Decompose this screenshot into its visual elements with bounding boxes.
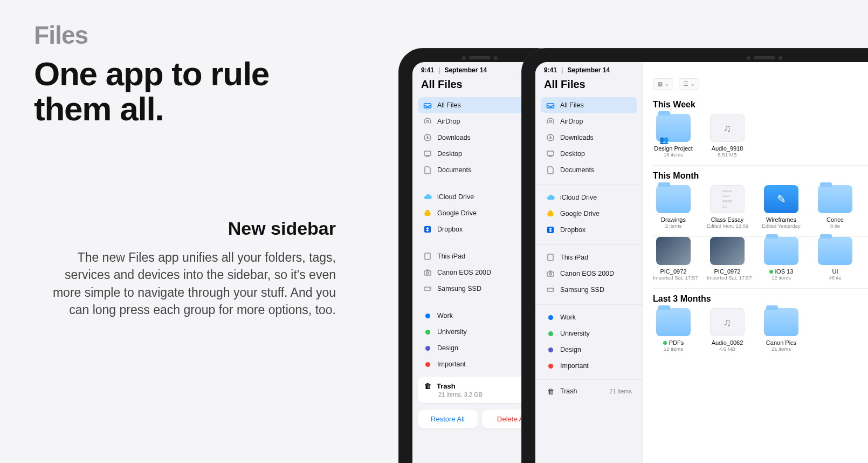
sidebar-item-icloud-drive[interactable]: iCloud Drive (541, 189, 637, 206)
svg-point-9 (429, 288, 430, 289)
svg-rect-5 (425, 253, 430, 260)
doc-icon (546, 166, 555, 174)
file-meta: 4.6 MB (707, 346, 748, 352)
status-date: September 14 (567, 66, 610, 74)
file-item[interactable]: iOS 1312 items (761, 237, 802, 281)
device-camera-notch (450, 55, 509, 60)
view-grid-button[interactable]: ▦⌄ (653, 78, 673, 90)
file-meta: 12 items (761, 275, 802, 281)
trash-icon: 🗑 (424, 382, 431, 390)
file-item[interactable]: PDFs12 items (653, 308, 694, 352)
restore-all-button[interactable]: Restore All (418, 410, 478, 428)
tag-dot-icon (546, 362, 555, 370)
sidebar-item-canon-eos-200d[interactable]: Canon EOS 200D (541, 265, 637, 282)
file-item[interactable]: ♫Audio_00624.6 MB (707, 308, 748, 352)
sidebar-item-all-files[interactable]: All Files (541, 97, 637, 113)
file-name: Audio_9918 (707, 145, 748, 152)
section-header: Last 3 Months (653, 294, 868, 304)
audio-icon: ♫ (710, 114, 745, 142)
desktop-icon (423, 149, 432, 158)
doc-icon (423, 166, 432, 174)
sidebar-tag-important[interactable]: Important (541, 358, 637, 374)
file-item[interactable]: Conce8 ite (815, 185, 856, 229)
file-item[interactable]: PIC_0972Imported Sat, 17:57 (707, 237, 748, 281)
trash-label: Trash (560, 387, 577, 395)
file-name: iOS 13 (761, 268, 802, 275)
sidebar-item-airdrop[interactable]: AirDrop (541, 113, 637, 130)
sidebar-item-this-ipad[interactable]: This iPad (541, 249, 637, 265)
sidebar-item-label: Downloads (437, 134, 471, 141)
download-icon (546, 133, 555, 142)
file-item[interactable]: ✎WireframesEdited Yesterday (761, 185, 802, 229)
section-header: This Month (653, 171, 868, 181)
sidebar-item-label: iCloud Drive (437, 193, 474, 201)
sidebar-item-label: Google Drive (437, 209, 477, 217)
file-name: Wireframes (761, 216, 802, 223)
file-meta: Edited Yesterday (761, 223, 802, 229)
svg-point-17 (549, 273, 552, 275)
status-bar: 9:41 | September 14 (535, 62, 643, 74)
desktop-icon (546, 149, 555, 158)
sidebar-tag-design[interactable]: Design (541, 342, 637, 358)
sort-button[interactable]: ☰⌄ (679, 78, 699, 90)
dropbox-icon (546, 226, 555, 234)
sidebar-item-label: All Files (437, 101, 461, 109)
tag-dot-icon (546, 345, 555, 354)
file-item[interactable]: UI48 ite (815, 237, 856, 281)
sidebar-item-google-drive[interactable]: Google Drive (541, 206, 637, 222)
sidebar-item-desktop[interactable]: Desktop (541, 146, 637, 162)
tag-dot-icon (423, 311, 432, 320)
folder-icon (818, 237, 852, 265)
svg-rect-6 (424, 271, 431, 275)
folder-icon (764, 237, 798, 265)
file-row: Drawings2 items≡≡≡≡≡≡≡≡≡≡≡≡≡Class EssayE… (653, 185, 868, 237)
sidebar-item-trash[interactable]: 🗑 Trash 21 items (541, 383, 637, 399)
file-name: PIC_0972 (707, 268, 748, 275)
folder-icon (656, 308, 691, 336)
sidebar-item-label: Work (560, 314, 576, 321)
sidebar-tag-university[interactable]: University (541, 325, 637, 342)
body-copy: The new Files app unifies all your folde… (34, 249, 336, 318)
sidebar-item-label: Work (437, 312, 453, 319)
file-item[interactable]: Canon Pics21 items (761, 308, 802, 352)
sidebar-item-label: Desktop (560, 150, 585, 158)
file-row: PIC_0972Imported Sat, 17:57PIC_0972Impor… (653, 237, 868, 289)
trash-label: Trash (437, 382, 456, 390)
file-item[interactable]: Drawings2 items (653, 185, 694, 229)
file-meta: Imported Sat, 17:57 (653, 275, 694, 281)
sidebar-section-locations: All FilesAirDropDownloadsDesktopDocument… (535, 96, 643, 179)
sidebar-item-label: This iPad (560, 254, 588, 261)
trash-meta: 21 items, 3.2 GB (438, 391, 535, 398)
sidebar-item-label: University (560, 330, 590, 337)
sidebar-item-label: All Files (560, 101, 584, 109)
sidebar-tag-work[interactable]: Work (541, 309, 637, 325)
sidebar-item-label: Important (437, 360, 466, 368)
grid-icon: ▦ (657, 80, 663, 87)
file-name: Conce (815, 216, 856, 223)
sidebar-item-label: Canon EOS 200D (437, 269, 491, 276)
airdrop-icon (546, 117, 555, 126)
sidebar-item-samsung-ssd[interactable]: Samsung SSD (541, 282, 637, 298)
file-item[interactable]: ♫Audio_99188.51 MB (707, 114, 748, 158)
sidebar-large: 9:41 | September 14 All Files All FilesA… (535, 62, 643, 463)
sidebar-section-devices: This iPadCanon EOS 200DSamsung SSD (535, 244, 643, 299)
airdrop-icon (423, 117, 432, 126)
file-item[interactable]: PIC_0972Imported Sat, 17:57 (653, 237, 694, 281)
sidebar-item-label: Dropbox (560, 226, 585, 234)
toolbar: ▦⌄ ☰⌄ ⚙⌄ 🔍Search (653, 74, 868, 94)
file-meta: 8.51 MB (707, 152, 748, 158)
file-item[interactable]: 👥Design Project18 items (653, 114, 694, 158)
file-item[interactable]: ≡≡≡≡≡≡≡≡≡≡≡≡≡Class EssayEdited Mon, 12:0… (707, 185, 748, 229)
sidebar-item-label: Desktop (437, 150, 462, 158)
content-area: 📶 📡 100 ▦⌄ ☰⌄ ⚙⌄ 🔍Search This Week👥Desig… (643, 62, 868, 463)
status-date: September 14 (444, 66, 487, 74)
svg-point-1 (426, 120, 429, 122)
sidebar-item-label: Design (560, 346, 581, 353)
ipad-icon (546, 253, 555, 262)
sidebar-item-downloads[interactable]: Downloads (541, 130, 637, 146)
sidebar-item-documents[interactable]: Documents (541, 162, 637, 178)
sidebar-item-label: Canon EOS 200D (560, 270, 614, 277)
sidebar-item-dropbox[interactable]: Dropbox (541, 222, 637, 238)
gdrive-icon (546, 209, 555, 218)
status-bar-right: 📶 📡 100 (653, 62, 868, 74)
